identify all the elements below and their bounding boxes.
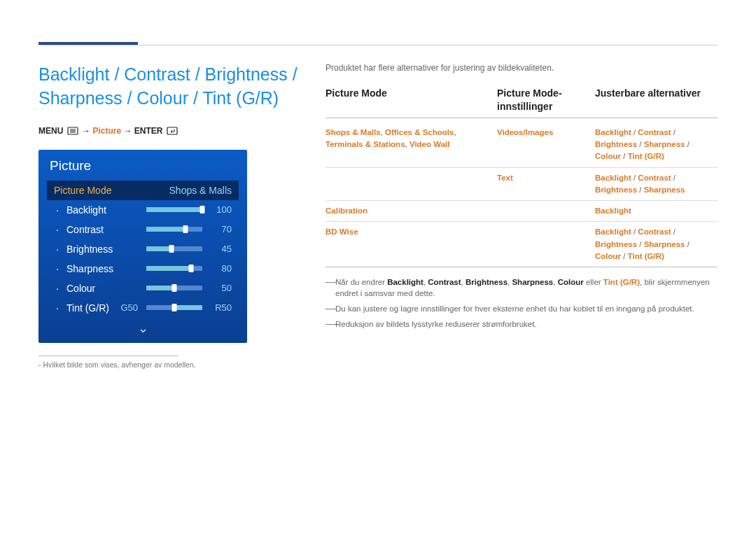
osd-row[interactable]: ·Brightness45 bbox=[47, 239, 239, 259]
osd-slider[interactable] bbox=[146, 266, 202, 271]
accent-bar bbox=[38, 42, 138, 45]
divider-top bbox=[38, 45, 718, 45]
osd-item-label: Sharpness bbox=[66, 263, 141, 274]
osd-item-label: Contrast bbox=[66, 224, 141, 235]
osd-slider[interactable] bbox=[146, 286, 202, 290]
page-title: Backlight / Contrast / Brightness / Shar… bbox=[38, 63, 298, 111]
table-cell: Shops & Malls, Offices & Schools, Termin… bbox=[326, 127, 497, 163]
left-column: Backlight / Contrast / Brightness / Shar… bbox=[38, 63, 298, 369]
osd-item-value: 45 bbox=[208, 244, 232, 254]
menu-icon bbox=[67, 127, 78, 137]
right-column: Produktet har flere alternativer for jus… bbox=[326, 63, 718, 369]
bullet-icon: · bbox=[54, 204, 61, 216]
note-row: ―Reduksjon av bildets lysstyrke redusere… bbox=[326, 316, 718, 332]
osd-selected-value: Shops & Malls bbox=[169, 185, 232, 196]
table-cell bbox=[326, 172, 497, 197]
osd-item-value: 70 bbox=[208, 224, 232, 234]
osd-slider[interactable] bbox=[146, 227, 202, 232]
table-header-row: Picture Mode Picture Mode-innstillinger … bbox=[326, 87, 718, 118]
osd-row[interactable]: ·Colour50 bbox=[47, 279, 239, 298]
dash-icon: ― bbox=[326, 318, 335, 330]
bullet-icon: · bbox=[54, 224, 61, 235]
osd-row[interactable]: ·Backlight100 bbox=[47, 200, 239, 220]
osd-item-value: 100 bbox=[208, 204, 232, 215]
intro-text: Produktet har flere alternativer for jus… bbox=[326, 63, 718, 73]
dash-icon: ― bbox=[326, 276, 335, 288]
chevron-down-icon[interactable]: ⌄ bbox=[47, 318, 239, 336]
table-cell: Backlight bbox=[595, 205, 718, 217]
table-cell: Backlight / Contrast / Brightness / Shar… bbox=[595, 127, 718, 163]
bullet-icon: · bbox=[54, 244, 61, 255]
table-row: Shops & Malls, Offices & Schools, Termin… bbox=[326, 122, 718, 168]
footnote-divider bbox=[38, 356, 178, 356]
table-cell: BD Wise bbox=[326, 226, 497, 262]
footnote: - Hvilket bilde som vises, avhenger av m… bbox=[38, 360, 298, 369]
osd-slider[interactable] bbox=[146, 246, 202, 251]
table-header-adjustable: Justerbare alternativer bbox=[595, 87, 718, 113]
table-cell: Videos/Images bbox=[497, 127, 595, 163]
breadcrumb-menu: MENU bbox=[38, 126, 63, 136]
note-row: ―Når du endrer Backlight, Contrast, Brig… bbox=[326, 274, 718, 301]
osd-row[interactable]: ·Sharpness80 bbox=[47, 259, 239, 279]
table-cell bbox=[497, 205, 595, 217]
osd-tint-right: R50 bbox=[208, 302, 232, 313]
note-text: Du kan justere og lagre innstillinger fo… bbox=[335, 303, 718, 314]
osd-tint-label: Tint (G/R) bbox=[66, 302, 110, 314]
osd-item-value: 80 bbox=[208, 263, 232, 274]
bullet-icon: · bbox=[54, 302, 61, 314]
table-cell: Calibration bbox=[326, 205, 497, 217]
svg-rect-4 bbox=[167, 127, 177, 134]
osd-item-label: Colour bbox=[66, 283, 141, 294]
dash-icon: ― bbox=[326, 303, 335, 314]
table-cell: Backlight / Contrast / Brightness / Shar… bbox=[595, 226, 718, 262]
osd-row[interactable]: ·Contrast70 bbox=[47, 220, 239, 239]
bullet-icon: · bbox=[54, 283, 61, 294]
osd-item-label: Backlight bbox=[66, 204, 141, 216]
osd-selected-label: Picture Mode bbox=[54, 185, 111, 196]
bullet-icon: · bbox=[54, 263, 61, 274]
osd-item-label: Brightness bbox=[66, 244, 141, 255]
table-header-settings: Picture Mode-innstillinger bbox=[497, 87, 595, 113]
note-row: ―Du kan justere og lagre innstillinger f… bbox=[326, 301, 718, 316]
osd-tint-left: G50 bbox=[115, 302, 138, 313]
breadcrumb-enter: ENTER bbox=[134, 126, 163, 136]
breadcrumb-picture: Picture bbox=[92, 126, 121, 136]
note-text: Reduksjon av bildets lysstyrke reduserer… bbox=[335, 318, 718, 330]
notes-list: ―Når du endrer Backlight, Contrast, Brig… bbox=[326, 274, 718, 332]
osd-selected-row[interactable]: Picture Mode Shops & Malls bbox=[47, 181, 239, 200]
osd-title: Picture bbox=[47, 157, 239, 181]
osd-slider[interactable] bbox=[146, 207, 202, 212]
osd-tint-row[interactable]: · Tint (G/R) G50 R50 bbox=[47, 298, 239, 318]
table-cell: Backlight / Contrast / Brightness / Shar… bbox=[595, 172, 718, 197]
table-body: Shops & Malls, Offices & Schools, Termin… bbox=[326, 122, 718, 267]
osd-tint-slider[interactable] bbox=[146, 305, 202, 310]
breadcrumb: MENU → Picture → ENTER bbox=[38, 126, 298, 137]
table-header-picture-mode: Picture Mode bbox=[326, 87, 497, 113]
table-row: CalibrationBacklight bbox=[326, 201, 718, 222]
enter-icon bbox=[167, 127, 178, 137]
note-text: Når du endrer Backlight, Contrast, Brigh… bbox=[335, 276, 718, 299]
table-cell bbox=[497, 226, 595, 262]
osd-panel: Picture Picture Mode Shops & Malls ·Back… bbox=[38, 150, 247, 343]
osd-item-value: 50 bbox=[208, 283, 232, 293]
table-row: TextBacklight / Contrast / Brightness / … bbox=[326, 168, 718, 202]
table-cell: Text bbox=[497, 172, 595, 197]
table-row: BD WiseBacklight / Contrast / Brightness… bbox=[326, 222, 718, 267]
